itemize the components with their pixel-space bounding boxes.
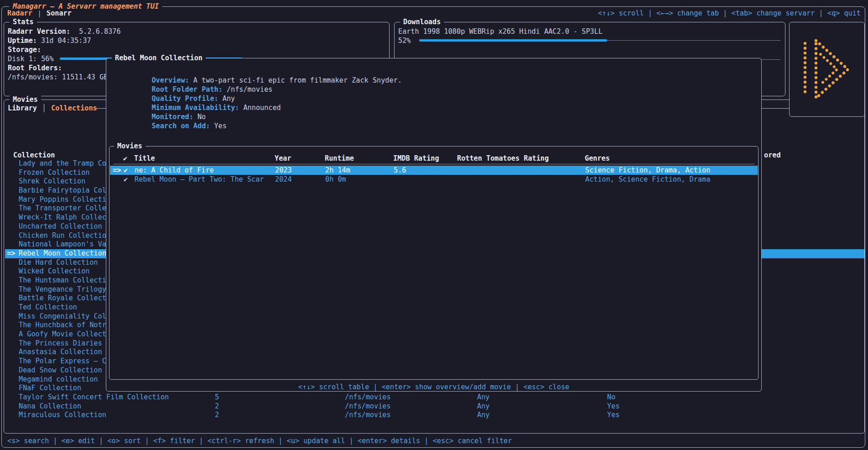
storage-label: Storage: bbox=[8, 45, 121, 54]
collection-name: Frozen Collection bbox=[19, 168, 89, 178]
movie-year: 2024 bbox=[275, 175, 292, 184]
collection-monitored: No bbox=[607, 393, 615, 402]
collection-name: The Huntsman Collecti bbox=[19, 276, 106, 285]
gauge-fill bbox=[419, 39, 607, 42]
movie-genres: Action, Science Fiction, Drama bbox=[585, 175, 710, 184]
collection-name: Barbie Fairytopia Col bbox=[19, 186, 106, 195]
collection-name: Uncharted Collection bbox=[19, 222, 102, 231]
collection-name: Wreck-It Ralph Collec bbox=[19, 213, 106, 222]
movies-tab[interactable]: Library │ bbox=[8, 104, 51, 112]
managarr-logo-icon bbox=[795, 27, 859, 112]
modal-field-value: Any bbox=[223, 94, 235, 103]
collection-name: Megamind collection bbox=[19, 375, 98, 384]
modal-title: Rebel Moon Collection bbox=[112, 54, 206, 62]
movie-runtime: 2h 14m bbox=[325, 166, 350, 175]
header-rotten-tomatoes-rating: Rotten Tomatoes Rating bbox=[457, 154, 549, 163]
movies-tab-label[interactable]: Library bbox=[8, 104, 37, 112]
header-runtime: Runtime bbox=[325, 154, 354, 163]
modal-movies-table: Movies ✔ Title Year Runtime IMDB Rating … bbox=[109, 146, 759, 380]
header-genres: Genres bbox=[585, 154, 610, 163]
bottom-keybinds: <s> search | <e> edit | <o> sort | <f> f… bbox=[7, 436, 512, 445]
collection-name: Miss Congeniality Col bbox=[19, 312, 106, 321]
modal-field-value: Announced bbox=[243, 104, 281, 112]
movie-title: ne: A Child of Fire bbox=[135, 166, 214, 175]
modal-field-label: Overview: bbox=[151, 76, 189, 84]
collection-movie-count: 2 bbox=[215, 402, 219, 411]
collection-row[interactable]: Taylor Swift Concert Film Collection 5 /… bbox=[5, 393, 864, 402]
collections-header-collection: Collection bbox=[13, 151, 55, 159]
modal-field-label: Minimum Availability: bbox=[151, 104, 239, 112]
movies-tab[interactable]: Collections │ bbox=[51, 104, 97, 112]
movie-genres: Science Fiction, Drama, Action bbox=[585, 166, 710, 175]
modal-field-value: Yes bbox=[214, 122, 226, 130]
collection-root-folder: /nfs/movies bbox=[345, 411, 391, 420]
movie-runtime: 0h 0m bbox=[325, 175, 346, 184]
top-keybinds: <↑↓> scroll | <←→> change tab | <tab> ch… bbox=[598, 9, 861, 18]
header-year: Year bbox=[275, 154, 291, 163]
root-folders-label: Root Folders: bbox=[8, 63, 121, 73]
version-value: 5.2.6.8376 bbox=[79, 27, 120, 36]
collection-movie-count: 2 bbox=[215, 411, 219, 420]
collection-name: Rebel Moon Collection bbox=[19, 249, 106, 258]
collection-name: The Princess Diaries bbox=[19, 339, 102, 348]
header-monitored-check: ✔ bbox=[123, 154, 127, 163]
collection-name: Anastasia Collection bbox=[19, 348, 102, 357]
modal-field-value: /nfs/movies bbox=[227, 85, 273, 94]
modal-field-value: A two-part sci-fi epic from filmmaker Za… bbox=[193, 76, 402, 84]
collection-row[interactable]: Miraculous Collection 2 /nfs/movies Any … bbox=[5, 411, 864, 420]
downloads-panel-title: Downloads bbox=[400, 18, 444, 26]
stat-version: Radarr Version:5.2.6.8376 bbox=[8, 27, 121, 36]
movie-title: Rebel Moon – Part Two: The Scar bbox=[135, 175, 264, 184]
modal-movies-table-header: ✔ Title Year Runtime IMDB Rating Rotten … bbox=[109, 154, 758, 163]
download-item-name: Earth 1998 1080p WEBRip x265 Hindi AAC2.… bbox=[398, 27, 603, 36]
selection-marker: => bbox=[7, 249, 15, 258]
download-progress-gauge bbox=[419, 36, 780, 45]
collection-name: Ted Collection bbox=[19, 303, 77, 312]
root-folder-value: /nfs/movies: 11511.43 GB bbox=[8, 73, 121, 82]
collection-name: Dead Snow Collection bbox=[19, 366, 102, 375]
uptime-label: Uptime: bbox=[8, 37, 37, 45]
modal-movies-table-title: Movies bbox=[114, 142, 146, 150]
modal-field-label: Search on Add: bbox=[151, 122, 210, 130]
collection-name: The Vengeance Trilogy bbox=[19, 285, 106, 294]
collection-name: The Transporter Colle bbox=[19, 204, 106, 213]
modal-field: Overview:A two-part sci-fi epic from fil… bbox=[110, 67, 402, 76]
collection-name: Nana Collection bbox=[19, 402, 81, 411]
app-screen: Managarr – A Servarr management TUI Rada… bbox=[0, 0, 868, 450]
collection-name: Shrek Collection bbox=[19, 177, 85, 186]
collection-row[interactable]: Nana Collection 2 /nfs/movies Any Yes bbox=[5, 402, 864, 411]
collection-quality-profile: Any bbox=[477, 393, 489, 402]
version-label: Radarr Version: bbox=[8, 27, 70, 36]
modal-field-value: No bbox=[198, 113, 206, 121]
movies-panel-title: Movies bbox=[10, 95, 41, 104]
movies-tab-label[interactable]: Collections bbox=[51, 104, 97, 112]
collection-name: The Polar Express – C bbox=[19, 357, 106, 366]
collection-monitored: Yes bbox=[607, 411, 619, 420]
movie-imdb-rating: 5.6 bbox=[394, 166, 406, 175]
logo-panel bbox=[789, 22, 865, 117]
modal-field-label: Root Folder Path: bbox=[151, 85, 222, 94]
collection-name: The Hunchback of Notr bbox=[19, 321, 106, 330]
modal-movie-row[interactable]: ✔ Rebel Moon – Part Two: The Scar 2024 0… bbox=[110, 175, 758, 184]
modal-keybinds: <↑↓> scroll table | <enter> show overvie… bbox=[106, 382, 761, 392]
stats-panel-title: Stats bbox=[10, 18, 37, 26]
collection-monitored: Yes bbox=[607, 402, 619, 411]
collection-name: National Lampoon's Va bbox=[19, 240, 106, 249]
collection-details-modal: Rebel Moon Collection Overview:A two-par… bbox=[106, 58, 762, 392]
collection-name: FNaF Collection bbox=[19, 384, 81, 393]
header-title: Title bbox=[134, 154, 155, 163]
modal-movies-rows: => ✔ ne: A Child of Fire 2023 2h 14m 5.6… bbox=[110, 166, 758, 184]
app-title: Managarr – A Servarr management TUI bbox=[9, 2, 162, 10]
stat-uptime: Uptime:31d 04:35:37 bbox=[8, 36, 121, 45]
collections-header-monitored-fragment: ored bbox=[764, 151, 781, 159]
header-imdb-rating: IMDB Rating bbox=[393, 154, 439, 163]
modal-movie-row[interactable]: => ✔ ne: A Child of Fire 2023 2h 14m 5.6… bbox=[110, 166, 758, 175]
movie-year: 2023 bbox=[275, 166, 292, 175]
movie-monitored-check: ✔ bbox=[124, 175, 128, 184]
collection-name: Miraculous Collection bbox=[19, 411, 106, 420]
collection-name: Taylor Swift Concert Film Collection bbox=[19, 393, 169, 402]
uptime-value: 31d 04:35:37 bbox=[41, 37, 91, 45]
movie-monitored-check: ✔ bbox=[124, 166, 128, 175]
modal-field-label: Quality Profile: bbox=[151, 94, 218, 103]
modal-fields: Overview:A two-part sci-fi epic from fil… bbox=[110, 67, 402, 121]
